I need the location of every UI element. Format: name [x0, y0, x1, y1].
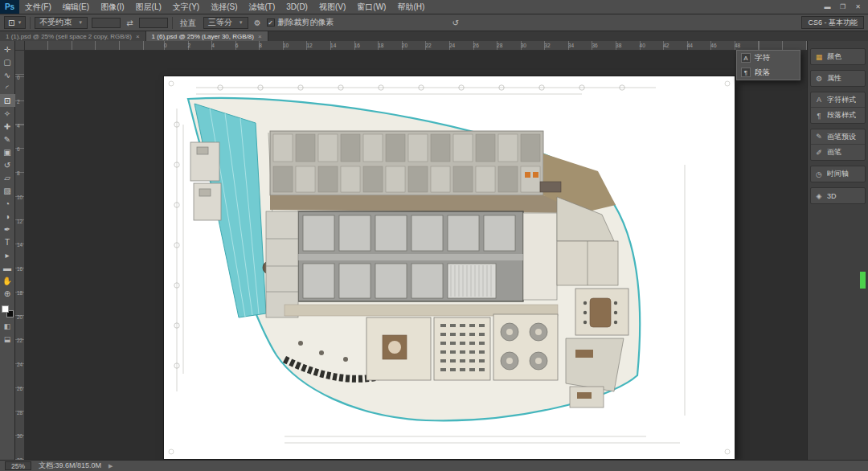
menu-filter[interactable]: 滤镜(T)	[244, 0, 281, 14]
panel-brush-button[interactable]: ✐画笔	[811, 145, 865, 160]
status-arrow-icon[interactable]: ▶	[108, 463, 113, 469]
ruler-number: 4	[17, 123, 20, 129]
crop-overlay-dropdown[interactable]: 三等分 ▼	[203, 17, 248, 29]
rectangular-marquee-tool[interactable]: ▢	[0, 55, 15, 68]
delete-cropped-pixels-checkbox[interactable]: ✓ 删除裁剪的像素	[267, 17, 334, 28]
menu-help[interactable]: 帮助(H)	[391, 0, 430, 14]
ruler-number: 44	[687, 43, 693, 48]
menu-select[interactable]: 选择(S)	[205, 0, 243, 14]
quick-selection-tool[interactable]: ◜	[0, 81, 15, 94]
paragraph-panel-icon: ¶	[741, 68, 751, 77]
document-tab-1[interactable]: 1 (1).psd @ 25% (sell space 2 copy, RGB/…	[0, 31, 146, 41]
ruler-number: 14	[330, 43, 336, 48]
reset-crop-icon[interactable]: ↺	[451, 18, 461, 27]
crop-width-input[interactable]	[92, 18, 121, 28]
tab-close-icon[interactable]: ×	[136, 33, 140, 40]
top-rooms-band	[270, 131, 543, 195]
menu-file[interactable]: 文件(F)	[19, 0, 57, 14]
ruler-number: 34	[568, 43, 574, 48]
ruler-number: 22	[17, 338, 23, 343]
zoom-level-field[interactable]: 25%	[5, 461, 31, 470]
pen-tool[interactable]: ✒	[0, 223, 15, 236]
ruler-vertical[interactable]: 02468101214161820222426283032	[15, 51, 25, 460]
hand-tool[interactable]: ✋	[0, 274, 15, 287]
panel-color-button[interactable]: ▦颜色	[811, 49, 865, 64]
ruler-number: 12	[306, 43, 312, 48]
panel-brush-presets-button[interactable]: ✎画笔预设	[811, 129, 865, 145]
menu-bar: Ps 文件(F)编辑(E)图像(I)图层(L)文字(Y)选择(S)滤镜(T)3D…	[0, 0, 868, 14]
path-selection-tool[interactable]: ▸	[0, 248, 15, 261]
tool-preset-picker[interactable]: ⊡ ▼	[4, 16, 26, 29]
crop-tool[interactable]: ⊡	[0, 94, 15, 107]
panel-paragraph-styles-button[interactable]: ¶段落样式	[811, 108, 865, 123]
document-canvas[interactable]	[164, 76, 735, 459]
screen-mode-button[interactable]: ⬓	[0, 334, 15, 345]
tab-close-icon[interactable]: ×	[258, 33, 262, 40]
menu-window[interactable]: 窗口(W)	[351, 0, 391, 14]
clone-stamp-tool[interactable]: ▣	[0, 145, 15, 158]
checkbox-check-icon: ✓	[267, 18, 275, 27]
quick-mask-icon: ◧	[4, 322, 11, 330]
swap-dimensions-icon[interactable]: ⇄	[125, 18, 134, 27]
lasso-tool[interactable]: ∿	[0, 68, 15, 81]
ruler-number: 12	[17, 219, 23, 224]
menu-type[interactable]: 文字(Y)	[167, 0, 205, 14]
blur-tool-icon: ◔	[5, 199, 10, 208]
crop-settings-gear-icon[interactable]: ⚙	[252, 18, 263, 27]
foreground-color-swatch[interactable]	[2, 305, 9, 313]
banquet-room-b	[493, 314, 558, 380]
quick-mask-button[interactable]: ◧	[0, 321, 15, 332]
menu-3d[interactable]: 3D(D)	[280, 0, 313, 14]
crop-ratio-value: 不受约束	[39, 17, 72, 28]
close-button[interactable]: ✕	[850, 0, 866, 14]
straighten-button[interactable]: 拉直	[177, 17, 199, 29]
blur-tool[interactable]: ◔	[0, 197, 15, 210]
menu-edit[interactable]: 编辑(E)	[57, 0, 95, 14]
options-bar: ⊡ ▼ 不受约束 ▼ ⇄ 拉直 三等分 ▼ ⚙ ✓ 删除裁剪的像素 ↺ CS6 …	[0, 14, 868, 31]
gradient-tool[interactable]: ▨	[0, 184, 15, 197]
history-brush-tool[interactable]: ↺	[0, 158, 15, 171]
dodge-tool[interactable]: ◑	[0, 210, 15, 223]
horizontal-type-tool[interactable]: T	[0, 236, 15, 248]
flyout-item-character[interactable]: A字符	[737, 51, 800, 65]
eyedropper-tool[interactable]: ✧	[0, 107, 15, 120]
panel-group: ✎画笔预设✐画笔	[810, 129, 866, 161]
paragraph-styles-panel-icon: ¶	[814, 112, 824, 120]
workspace-switcher[interactable]: CS6 - 基本功能	[801, 16, 864, 29]
spot-healing-tool[interactable]: ✚	[0, 120, 15, 133]
rectangle-shape-tool-icon: ▬	[3, 264, 11, 272]
color-swatches[interactable]	[0, 304, 15, 319]
tool-palette: ✛▢∿◜⊡✧✚✎▣↺▱▨◔◑✒T▸▬✋⊕	[0, 43, 15, 300]
panel-label: 字符样式	[827, 95, 856, 105]
document-size-info: 文档:39.6M/815.0M	[39, 461, 101, 471]
panel-label: 属性	[827, 73, 841, 84]
panel-group: ▦颜色	[810, 48, 866, 65]
document-tab-2[interactable]: 1 (6).psd @ 25% (Layer 30, RGB/8)×	[146, 31, 268, 41]
menu-layer[interactable]: 图层(L)	[130, 0, 167, 14]
ruler-number: 16	[354, 43, 360, 48]
flyout-item-paragraph[interactable]: ¶段落	[737, 65, 800, 80]
move-tool[interactable]: ✛	[0, 43, 15, 55]
gradient-tool-icon: ▨	[3, 186, 10, 195]
minimize-button[interactable]: ▬	[820, 0, 835, 14]
rectangle-shape-tool[interactable]: ▬	[0, 261, 15, 274]
menu-view[interactable]: 视图(V)	[313, 0, 351, 14]
panel-label: 画笔	[827, 147, 841, 158]
ruler-horizontal[interactable]: 0246810121416182022242628303234363840424…	[25, 41, 807, 51]
character-styles-panel-icon: A	[814, 96, 824, 104]
screen-mode-icon: ⬓	[4, 335, 11, 343]
eraser-tool[interactable]: ▱	[0, 171, 15, 184]
panel-3d-button[interactable]: ◈3D	[811, 188, 865, 203]
menu-image[interactable]: 图像(I)	[95, 0, 129, 14]
brush-tool[interactable]: ✎	[0, 133, 15, 145]
ruler-origin-corner[interactable]	[15, 41, 25, 51]
crop-height-input[interactable]	[139, 18, 168, 28]
move-tool-icon: ✛	[4, 45, 10, 54]
restore-button[interactable]: ❐	[835, 0, 850, 14]
crop-ratio-dropdown[interactable]: 不受约束 ▼	[35, 17, 88, 29]
photoshop-window: Ps 文件(F)编辑(E)图像(I)图层(L)文字(Y)选择(S)滤镜(T)3D…	[0, 0, 868, 471]
panel-character-styles-button[interactable]: A字符样式	[811, 92, 865, 108]
panel-properties-button[interactable]: ⚙属性	[811, 71, 865, 86]
panel-timeline-button[interactable]: ◷时间轴	[811, 166, 865, 182]
zoom-tool[interactable]: ⊕	[0, 287, 15, 300]
